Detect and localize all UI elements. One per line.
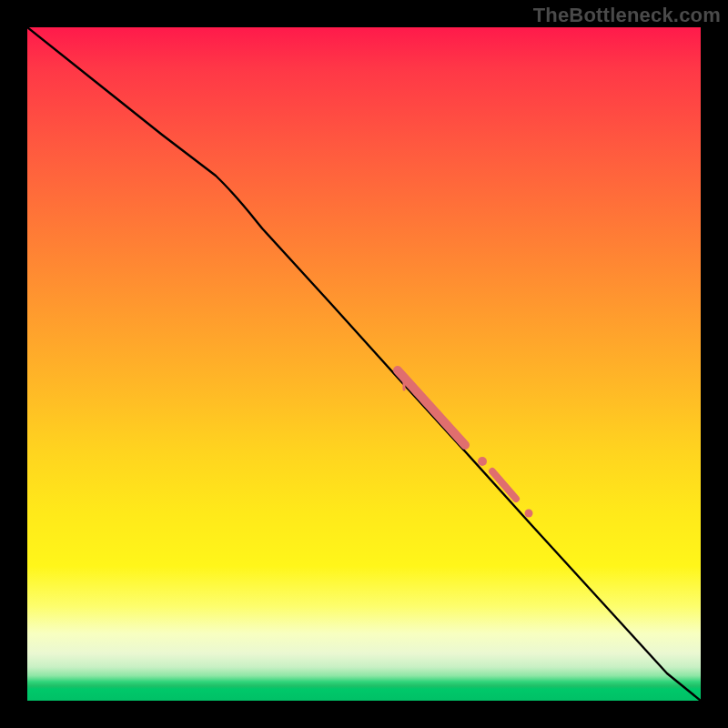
highlight-dot-1: [478, 457, 487, 466]
chart-svg: [27, 27, 701, 701]
watermark-text: TheBottleneck.com: [533, 4, 721, 27]
plot-area: [27, 27, 701, 701]
highlight-segment-a: [398, 370, 465, 445]
chart-stage: TheBottleneck.com: [0, 0, 728, 728]
curve-path: [27, 27, 701, 701]
highlight-dot-2: [525, 510, 533, 518]
